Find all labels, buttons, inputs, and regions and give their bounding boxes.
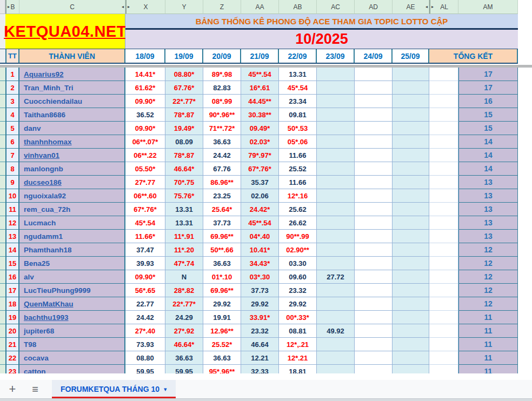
value-cell[interactable]: 44.45** — [241, 95, 279, 108]
spacer-cell[interactable] — [429, 176, 458, 189]
value-cell[interactable]: 46.64* — [165, 162, 203, 176]
value-cell[interactable] — [355, 81, 393, 95]
spacer-cell[interactable] — [429, 189, 458, 203]
hidden-columns-arrow-icon[interactable]: ◂ — [122, 4, 124, 9]
value-cell[interactable]: 36.63 — [165, 351, 203, 365]
value-cell[interactable] — [355, 108, 393, 122]
header-total[interactable]: TỔNG KẾT — [429, 49, 518, 63]
value-cell[interactable] — [317, 108, 355, 122]
spacer-cell[interactable] — [429, 230, 458, 243]
value-cell[interactable]: 78*.87 — [165, 108, 203, 122]
total-cell[interactable]: 13 — [458, 189, 518, 203]
spacer-cell[interactable] — [429, 324, 458, 338]
value-cell[interactable]: 19.49* — [165, 122, 203, 135]
member-name-cell[interactable]: thanhnhomax — [19, 135, 125, 149]
value-cell[interactable]: 08.80* — [165, 68, 203, 81]
value-cell[interactable]: 33.91* — [241, 311, 279, 324]
value-cell[interactable] — [317, 95, 355, 108]
value-cell[interactable] — [355, 189, 393, 203]
value-cell[interactable]: 28*.82 — [165, 284, 203, 297]
row-number-cell[interactable]: 18 — [5, 297, 19, 311]
member-name-cell[interactable]: Lucmach — [19, 216, 125, 230]
spacer-cell[interactable] — [429, 162, 458, 176]
total-cell[interactable]: 13 — [458, 216, 518, 230]
row-number-cell[interactable]: 22 — [5, 351, 19, 365]
value-cell[interactable]: 12*.21 — [279, 351, 317, 365]
member-name-cell[interactable]: Taithan8686 — [19, 108, 125, 122]
member-name-cell[interactable]: QuenMatKhau — [19, 297, 125, 311]
row-number-cell[interactable]: 9 — [5, 176, 19, 189]
total-cell[interactable]: 11 — [458, 311, 518, 324]
value-cell[interactable]: 05.50* — [125, 162, 165, 176]
value-cell[interactable] — [355, 68, 393, 81]
value-cell[interactable]: 45*.54 — [125, 216, 165, 230]
member-name-cell[interactable]: Aquarius92 — [19, 68, 125, 81]
spacer-cell[interactable] — [429, 257, 458, 270]
value-cell[interactable]: 11*.91 — [165, 230, 203, 243]
value-cell[interactable]: 89*.98 — [203, 68, 241, 81]
value-cell[interactable]: 71**.72* — [203, 122, 241, 135]
value-cell[interactable] — [355, 230, 393, 243]
value-cell[interactable]: 25.52* — [203, 338, 241, 351]
member-link[interactable]: thanhnhomax — [24, 138, 72, 146]
row-number-cell[interactable]: 15 — [5, 257, 19, 270]
value-cell[interactable]: 30.38** — [241, 108, 279, 122]
value-cell[interactable] — [393, 135, 429, 149]
value-cell[interactable]: 22.77 — [125, 297, 165, 311]
value-cell[interactable]: 24.42 — [125, 311, 165, 324]
value-cell[interactable]: 23.32 — [241, 324, 279, 338]
value-cell[interactable]: 08.09 — [165, 135, 203, 149]
value-cell[interactable]: 90*.96** — [203, 108, 241, 122]
value-cell[interactable]: 23.32 — [279, 284, 317, 297]
spacer-cell[interactable] — [429, 81, 458, 95]
row-number-cell[interactable]: 20 — [5, 324, 19, 338]
month-cell[interactable]: 10/2025 — [125, 30, 518, 49]
spacer-cell[interactable] — [429, 365, 458, 373]
spacer-cell[interactable] — [429, 149, 458, 162]
value-cell[interactable] — [317, 176, 355, 189]
column-header-Z[interactable]: Z — [203, 0, 241, 14]
value-cell[interactable]: 61.62* — [125, 81, 165, 95]
value-cell[interactable] — [393, 149, 429, 162]
value-cell[interactable] — [317, 338, 355, 351]
value-cell[interactable] — [393, 81, 429, 95]
spacer-cell[interactable] — [429, 68, 458, 81]
value-cell[interactable]: 36.52 — [125, 108, 165, 122]
column-header-B[interactable]: B▸ — [5, 0, 19, 14]
value-cell[interactable] — [355, 149, 393, 162]
value-cell[interactable]: 23.25 — [203, 189, 241, 203]
value-cell[interactable] — [393, 216, 429, 230]
header-date-21-09[interactable]: 21/09 — [241, 49, 279, 63]
column-header-AD[interactable]: AD — [355, 0, 393, 14]
value-cell[interactable] — [393, 324, 429, 338]
value-cell[interactable]: 90**.99 — [279, 230, 317, 243]
column-header-AE[interactable]: AE◂ — [393, 0, 429, 14]
row-number-cell[interactable]: 11 — [5, 203, 19, 216]
value-cell[interactable]: 24.29 — [165, 311, 203, 324]
member-name-cell[interactable]: jupiter68 — [19, 324, 125, 338]
value-cell[interactable]: 12.96** — [203, 324, 241, 338]
row-number-cell[interactable]: 3 — [5, 95, 19, 108]
value-cell[interactable]: N — [165, 270, 203, 284]
total-cell[interactable]: 13 — [458, 230, 518, 243]
value-cell[interactable]: 78*.87 — [165, 149, 203, 162]
total-cell[interactable]: 11 — [458, 338, 518, 351]
member-name-cell[interactable]: Phamthanh18 — [19, 243, 125, 257]
member-link[interactable]: vinhvan01 — [24, 151, 59, 159]
member-name-cell[interactable]: vinhvan01 — [19, 149, 125, 162]
spacer-cell[interactable] — [429, 338, 458, 351]
value-cell[interactable] — [317, 122, 355, 135]
value-cell[interactable]: 08*.99 — [203, 95, 241, 108]
spacer-cell[interactable] — [429, 311, 458, 324]
value-cell[interactable]: 01*.10 — [203, 270, 241, 284]
total-cell[interactable]: 17 — [458, 81, 518, 95]
value-cell[interactable]: 37.73 — [241, 284, 279, 297]
value-cell[interactable] — [355, 243, 393, 257]
member-link[interactable]: QuenMatKhau — [24, 300, 74, 308]
value-cell[interactable]: 36.63 — [203, 351, 241, 365]
value-cell[interactable]: 25.64* — [203, 203, 241, 216]
value-cell[interactable]: 27*.40 — [125, 324, 165, 338]
value-cell[interactable]: 06**.22 — [125, 149, 165, 162]
spacer-cell[interactable] — [429, 270, 458, 284]
spacer-cell[interactable] — [429, 95, 458, 108]
